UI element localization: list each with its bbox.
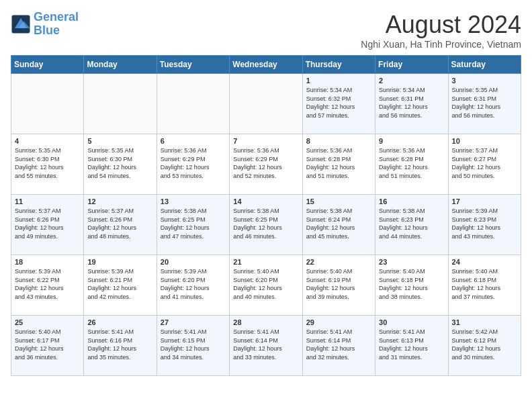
day-number: 24 [452,258,517,266]
weekday-header-sunday: Sunday [11,56,84,74]
day-number: 13 [161,197,226,205]
day-info: Sunrise: 5:40 AM Sunset: 6:18 PM Dayligh… [452,267,517,301]
day-info: Sunrise: 5:35 AM Sunset: 6:31 PM Dayligh… [452,86,517,120]
day-info: Sunrise: 5:40 AM Sunset: 6:17 PM Dayligh… [15,328,80,361]
day-number: 12 [87,197,152,205]
calendar-day-13: 13Sunrise: 5:38 AM Sunset: 6:25 PM Dayli… [157,195,229,255]
calendar-week-row: 11Sunrise: 5:37 AM Sunset: 6:26 PM Dayli… [11,195,521,255]
day-info: Sunrise: 5:34 AM Sunset: 6:32 PM Dayligh… [306,86,371,120]
calendar-day-15: 15Sunrise: 5:38 AM Sunset: 6:24 PM Dayli… [302,195,375,255]
calendar-day-5: 5Sunrise: 5:35 AM Sunset: 6:30 PM Daylig… [84,134,157,195]
calendar-day-11: 11Sunrise: 5:37 AM Sunset: 6:26 PM Dayli… [11,195,84,255]
weekday-header-saturday: Saturday [448,56,521,74]
calendar-day-23: 23Sunrise: 5:40 AM Sunset: 6:18 PM Dayli… [375,255,448,316]
calendar-day-9: 9Sunrise: 5:36 AM Sunset: 6:28 PM Daylig… [375,134,448,195]
day-info: Sunrise: 5:39 AM Sunset: 6:20 PM Dayligh… [161,267,226,301]
day-info: Sunrise: 5:40 AM Sunset: 6:18 PM Dayligh… [379,267,444,301]
day-number: 22 [306,258,371,266]
logo-text: GeneralBlue [34,11,79,38]
calendar-day-28: 28Sunrise: 5:41 AM Sunset: 6:14 PM Dayli… [230,316,302,376]
calendar-day-1: 1Sunrise: 5:34 AM Sunset: 6:32 PM Daylig… [302,74,375,134]
day-info: Sunrise: 5:37 AM Sunset: 6:26 PM Dayligh… [15,207,80,240]
day-info: Sunrise: 5:41 AM Sunset: 6:14 PM Dayligh… [233,328,298,361]
calendar-day-26: 26Sunrise: 5:41 AM Sunset: 6:16 PM Dayli… [84,316,157,376]
day-number: 4 [15,137,80,145]
weekday-header-friday: Friday [375,56,448,74]
weekday-header-monday: Monday [84,56,157,74]
day-info: Sunrise: 5:42 AM Sunset: 6:12 PM Dayligh… [452,328,517,361]
day-info: Sunrise: 5:40 AM Sunset: 6:19 PM Dayligh… [306,267,371,301]
day-info: Sunrise: 5:39 AM Sunset: 6:23 PM Dayligh… [452,207,517,240]
calendar-day-21: 21Sunrise: 5:40 AM Sunset: 6:20 PM Dayli… [230,255,302,316]
day-number: 16 [379,197,444,205]
day-info: Sunrise: 5:40 AM Sunset: 6:20 PM Dayligh… [233,267,298,301]
day-number: 6 [161,137,226,145]
day-info: Sunrise: 5:41 AM Sunset: 6:15 PM Dayligh… [161,328,226,361]
title-block: August 2024 Nghi Xuan, Ha Tinh Province,… [361,11,521,50]
weekday-header-thursday: Thursday [302,56,375,74]
day-number: 5 [87,137,152,145]
logo-icon [11,14,31,34]
month-title: August 2024 [361,11,521,39]
calendar-day-20: 20Sunrise: 5:39 AM Sunset: 6:20 PM Dayli… [157,255,229,316]
calendar-day-2: 2Sunrise: 5:34 AM Sunset: 6:31 PM Daylig… [375,74,448,134]
day-number: 27 [161,318,226,326]
day-info: Sunrise: 5:36 AM Sunset: 6:28 PM Dayligh… [306,146,371,180]
calendar-week-row: 4Sunrise: 5:35 AM Sunset: 6:30 PM Daylig… [11,134,521,195]
day-number: 21 [233,258,298,266]
calendar-day-7: 7Sunrise: 5:36 AM Sunset: 6:29 PM Daylig… [230,134,302,195]
page-header: GeneralBlue August 2024 Nghi Xuan, Ha Ti… [11,11,521,50]
day-info: Sunrise: 5:36 AM Sunset: 6:29 PM Dayligh… [161,146,226,180]
weekday-header-row: SundayMondayTuesdayWednesdayThursdayFrid… [11,56,521,74]
day-number: 29 [306,318,371,326]
day-info: Sunrise: 5:35 AM Sunset: 6:30 PM Dayligh… [87,146,152,180]
day-number: 18 [15,258,80,266]
day-info: Sunrise: 5:37 AM Sunset: 6:26 PM Dayligh… [87,207,152,240]
day-number: 11 [15,197,80,205]
calendar-day-14: 14Sunrise: 5:38 AM Sunset: 6:25 PM Dayli… [230,195,302,255]
logo: GeneralBlue [11,11,79,38]
empty-day [230,74,302,134]
calendar-day-31: 31Sunrise: 5:42 AM Sunset: 6:12 PM Dayli… [448,316,521,376]
day-number: 8 [306,137,371,145]
calendar-day-18: 18Sunrise: 5:39 AM Sunset: 6:22 PM Dayli… [11,255,84,316]
day-number: 1 [306,77,371,85]
day-info: Sunrise: 5:36 AM Sunset: 6:28 PM Dayligh… [379,146,444,180]
calendar-week-row: 1Sunrise: 5:34 AM Sunset: 6:32 PM Daylig… [11,74,521,134]
day-number: 2 [379,77,444,85]
day-number: 26 [87,318,152,326]
day-number: 7 [233,137,298,145]
calendar-day-30: 30Sunrise: 5:41 AM Sunset: 6:13 PM Dayli… [375,316,448,376]
day-info: Sunrise: 5:41 AM Sunset: 6:13 PM Dayligh… [379,328,444,361]
calendar-day-10: 10Sunrise: 5:37 AM Sunset: 6:27 PM Dayli… [448,134,521,195]
day-number: 23 [379,258,444,266]
weekday-header-tuesday: Tuesday [157,56,229,74]
empty-day [11,74,84,134]
day-number: 17 [452,197,517,205]
calendar-day-29: 29Sunrise: 5:41 AM Sunset: 6:14 PM Dayli… [302,316,375,376]
day-number: 14 [233,197,298,205]
day-info: Sunrise: 5:37 AM Sunset: 6:27 PM Dayligh… [452,146,517,180]
day-info: Sunrise: 5:39 AM Sunset: 6:22 PM Dayligh… [15,267,80,301]
day-number: 9 [379,137,444,145]
day-number: 30 [379,318,444,326]
day-info: Sunrise: 5:34 AM Sunset: 6:31 PM Dayligh… [379,86,444,120]
calendar-day-22: 22Sunrise: 5:40 AM Sunset: 6:19 PM Dayli… [302,255,375,316]
calendar-day-17: 17Sunrise: 5:39 AM Sunset: 6:23 PM Dayli… [448,195,521,255]
day-number: 20 [161,258,226,266]
day-info: Sunrise: 5:41 AM Sunset: 6:16 PM Dayligh… [87,328,152,361]
day-number: 10 [452,137,517,145]
calendar-day-12: 12Sunrise: 5:37 AM Sunset: 6:26 PM Dayli… [84,195,157,255]
day-info: Sunrise: 5:39 AM Sunset: 6:21 PM Dayligh… [87,267,152,301]
calendar-day-6: 6Sunrise: 5:36 AM Sunset: 6:29 PM Daylig… [157,134,229,195]
empty-day [157,74,229,134]
day-number: 28 [233,318,298,326]
calendar-day-19: 19Sunrise: 5:39 AM Sunset: 6:21 PM Dayli… [84,255,157,316]
day-info: Sunrise: 5:38 AM Sunset: 6:24 PM Dayligh… [306,207,371,240]
weekday-header-wednesday: Wednesday [230,56,302,74]
day-number: 3 [452,77,517,85]
day-info: Sunrise: 5:38 AM Sunset: 6:23 PM Dayligh… [379,207,444,240]
day-number: 15 [306,197,371,205]
day-info: Sunrise: 5:38 AM Sunset: 6:25 PM Dayligh… [161,207,226,240]
calendar-day-8: 8Sunrise: 5:36 AM Sunset: 6:28 PM Daylig… [302,134,375,195]
